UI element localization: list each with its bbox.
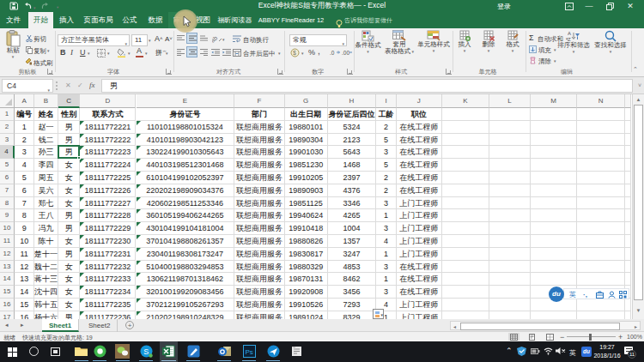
cell-D6[interactable]: 18111772225 <box>80 172 136 184</box>
cell-E9[interactable]: 360105199406244265 <box>137 209 235 222</box>
format-cells-button[interactable]: 格式 ▾ <box>501 30 524 53</box>
cell-E13[interactable]: 510400198803294853 <box>137 261 235 274</box>
zoom-level[interactable]: 100% <box>627 334 642 340</box>
cell-A3[interactable]: 2 <box>15 134 34 147</box>
photoshop-icon[interactable]: Ps <box>243 345 256 358</box>
cell-K12[interactable] <box>442 248 489 261</box>
accounting-format-icon[interactable]: $ <box>290 48 300 57</box>
column-header-F[interactable]: F <box>234 94 284 108</box>
cell-F12[interactable]: 联想商用服务 <box>234 248 284 261</box>
column-header-O[interactable] <box>625 94 631 108</box>
cell-E10[interactable]: 430104199104181004 <box>137 222 235 235</box>
column-header-B[interactable]: B <box>34 94 58 108</box>
cell-A15[interactable]: 14 <box>15 286 34 299</box>
column-header-G[interactable]: G <box>285 94 328 108</box>
cell-J10[interactable]: 上门工程师 <box>397 222 442 235</box>
cell-L10[interactable] <box>489 222 531 235</box>
cell-X7[interactable] <box>625 184 631 197</box>
cell-K10[interactable] <box>442 222 489 235</box>
file-explorer-icon[interactable] <box>75 345 88 358</box>
vertical-scrollbar[interactable]: ▲▼ <box>632 94 644 319</box>
row-header-17[interactable]: 17 <box>0 311 15 319</box>
cell-H13[interactable]: 4853 <box>328 261 377 274</box>
cell-H15[interactable]: 3456 <box>328 286 377 299</box>
cell-I11[interactable]: 4 <box>376 235 396 248</box>
cell-C3[interactable]: 男 <box>58 134 80 147</box>
column-header-I[interactable]: I <box>376 94 396 108</box>
cell-B7[interactable]: 吴六 <box>34 184 58 197</box>
cell-X12[interactable] <box>625 248 631 261</box>
italic-button[interactable]: I <box>70 49 73 57</box>
fill-handle[interactable] <box>77 156 81 160</box>
cell-B10[interactable]: 冯九 <box>34 222 58 235</box>
cell-J6[interactable]: 在线工程师 <box>397 172 442 184</box>
cut-button[interactable]: 剪切 <box>33 35 46 43</box>
cell-F8[interactable]: 联想商用服务 <box>234 197 284 210</box>
cell-E14[interactable]: 130621198701318462 <box>137 273 235 286</box>
cell-K6[interactable] <box>442 172 489 184</box>
tab-data[interactable]: 数据 <box>143 12 168 28</box>
cell-N3[interactable] <box>577 134 625 147</box>
cell-L4[interactable] <box>489 146 531 159</box>
scroll-left-icon[interactable]: ◂ <box>453 323 456 329</box>
cell-C9[interactable]: 男 <box>58 209 80 222</box>
cell-L16[interactable] <box>489 299 531 311</box>
cell-H6[interactable]: 2397 <box>328 172 377 184</box>
align-right-icon[interactable] <box>200 49 208 56</box>
cell-G7[interactable]: 19890903 <box>285 184 328 197</box>
cell-J15[interactable]: 在线工程师 <box>397 286 442 299</box>
cell-G12[interactable]: 19830817 <box>285 248 328 261</box>
bold-button[interactable]: B <box>60 49 66 57</box>
cell-L14[interactable] <box>489 273 531 286</box>
cell-E4[interactable]: 130224199010305643 <box>137 146 235 159</box>
cell-D16[interactable]: 18111772235 <box>80 299 136 311</box>
cell-L17[interactable] <box>489 311 531 319</box>
tray-language-indicator[interactable]: 英 <box>569 348 576 358</box>
cell-G3[interactable]: 19890304 <box>285 134 328 147</box>
cell-E16[interactable]: 370212199105267293 <box>137 299 235 311</box>
cell-G2[interactable]: 19880101 <box>285 121 328 134</box>
cell-A8[interactable]: 7 <box>15 197 34 210</box>
row-header-2[interactable]: 2 <box>0 121 15 134</box>
cell-N13[interactable] <box>577 261 625 274</box>
row-header-16[interactable]: 16 <box>0 299 15 311</box>
number-dialog-launcher-icon[interactable] <box>347 69 353 75</box>
cell-C15[interactable]: 女 <box>58 286 80 299</box>
cell-L12[interactable] <box>489 248 531 261</box>
cell-F17[interactable]: 联想商用服务 <box>234 311 284 319</box>
cell-C8[interactable]: 女 <box>58 197 80 210</box>
comma-style-button[interactable]: , <box>318 47 320 55</box>
cell-N5[interactable] <box>577 159 625 172</box>
cell-E17[interactable]: 210202198910248329 <box>137 311 235 319</box>
cell-A12[interactable]: 11 <box>15 248 34 261</box>
column-header-L[interactable]: L <box>489 94 531 108</box>
phonetic-dropdown-icon[interactable]: ▾ <box>166 51 168 56</box>
cell-I2[interactable]: 2 <box>376 121 396 134</box>
ime-profile-icon[interactable] <box>608 291 616 299</box>
column-header-J[interactable]: J <box>397 94 442 108</box>
cell-X14[interactable] <box>625 273 631 286</box>
cell-I4[interactable]: 3 <box>376 146 396 159</box>
cell-M4[interactable] <box>531 146 577 159</box>
cell-F16[interactable]: 联想商用服务 <box>234 299 284 311</box>
cell-L3[interactable] <box>489 134 531 147</box>
cell-B3[interactable]: 钱二 <box>34 134 58 147</box>
cell-C10[interactable]: 男 <box>58 222 80 235</box>
flash-fill-options-icon[interactable]: ▾ <box>373 309 384 319</box>
cell-L7[interactable] <box>489 184 531 197</box>
cell-G1[interactable]: 出生日期 <box>285 108 328 121</box>
cell-M8[interactable] <box>531 197 577 210</box>
cell-A1[interactable]: 编号 <box>15 108 34 121</box>
find-select-button[interactable]: 查找和选择 ▾ <box>592 30 629 54</box>
cell-M17[interactable] <box>531 311 577 319</box>
cell-E2[interactable]: 110101198801015324 <box>137 121 235 134</box>
tray-expand-icon[interactable]: ⌃ <box>506 347 513 355</box>
cell-J1[interactable]: 职位 <box>397 108 442 121</box>
page-layout-view-icon[interactable] <box>526 333 538 341</box>
cell-X6[interactable] <box>625 172 631 184</box>
cell-J11[interactable]: 上门工程师 <box>397 235 442 248</box>
cell-D11[interactable]: 18111772230 <box>80 235 136 248</box>
cell-D17[interactable]: 18111772236 <box>80 311 136 319</box>
align-left-icon[interactable] <box>177 49 185 56</box>
scroll-right-icon[interactable]: ▸ <box>635 323 637 329</box>
